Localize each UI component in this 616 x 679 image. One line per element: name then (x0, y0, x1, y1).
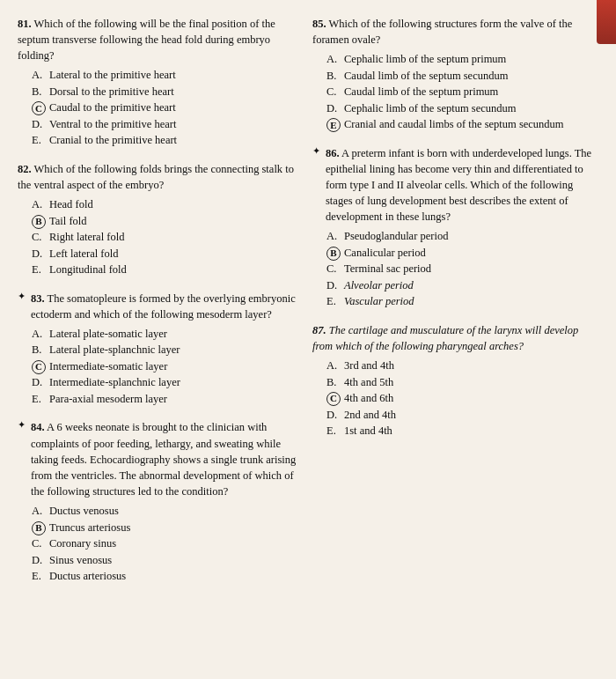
q83-body: The somatopleure is formed by the overly… (31, 292, 296, 321)
q85-option-a: A. Cephalic limb of the septum primum (326, 52, 598, 68)
q84-opt-c-label: C. (32, 536, 46, 552)
q87-opt-e-text: 1st and 4th (344, 424, 598, 439)
q81-opt-d-text: Ventral to the primitive heart (49, 117, 304, 133)
q87-body: The cartilage and musculature of the lar… (312, 324, 578, 352)
q83-opt-c-circle: C (32, 360, 46, 374)
q85-opt-c-label: C. (326, 85, 341, 100)
q85-options: A. Cephalic limb of the septum primum B.… (312, 52, 598, 133)
q84-option-b: B Truncus arteriosus (32, 520, 304, 536)
q82-opt-b-circle: B (32, 215, 46, 229)
question-85: 85. Which of the following structures fo… (312, 16, 598, 133)
q81-opt-c-circle: C (32, 101, 46, 115)
q83-opt-e-label: E. (32, 392, 46, 408)
q84-opt-b-circle: B (32, 521, 46, 535)
q86-opt-a-text: Pseudoglandular period (344, 229, 598, 245)
q84-option-c: C. Coronary sinus (32, 536, 304, 552)
q85-opt-e-text: Cranial and caudal limbs of the septum s… (344, 117, 598, 133)
q81-text: 81. Which of the following will be the f… (18, 16, 304, 63)
q84-body: A 6 weeks neonate is brought to the clin… (31, 421, 296, 498)
q82-option-b: B Tail fold (32, 214, 304, 230)
q86-opt-b-text: Canalicular period (344, 246, 598, 262)
q86-opt-b-circle: B (326, 247, 341, 261)
q85-opt-a-label: A. (326, 52, 341, 68)
q84-opt-e-text: Ductus arteriosus (49, 569, 304, 585)
q86-number: 86. (326, 147, 340, 159)
q83-opt-c-text: Intermediate-somatic layer (49, 359, 304, 375)
q83-number: 83. (31, 292, 45, 305)
question-82: 82. Which of the following folds brings … (18, 161, 304, 278)
q85-body: Which of the following structures form t… (312, 18, 572, 46)
left-column: 81. Which of the following will be the f… (18, 16, 304, 585)
q82-opt-d-text: Left lateral fold (49, 247, 304, 262)
q84-header: ✦ 84. A 6 weeks neonate is brought to th… (18, 419, 304, 502)
q82-header: 82. Which of the following folds brings … (18, 161, 304, 196)
question-83: ✦ 83. The somatopleure is formed by the … (18, 291, 304, 408)
q87-option-c: C 4th and 6th (326, 391, 598, 407)
q82-number: 82. (18, 163, 32, 175)
q86-option-d: D. Alveolar period (326, 278, 598, 294)
q84-opt-c-text: Coronary sinus (49, 536, 304, 552)
q86-text: 86. A preterm infant is born with underd… (326, 145, 598, 225)
q84-star: ✦ (18, 419, 26, 431)
q82-body: Which of the following folds brings the … (18, 163, 294, 191)
q81-opt-e-label: E. (32, 133, 46, 149)
q81-header: 81. Which of the following will be the f… (18, 16, 304, 66)
q85-number: 85. (312, 18, 326, 30)
q86-header: ✦ 86. A preterm infant is born with unde… (312, 145, 598, 228)
page-content: 81. Which of the following will be the f… (18, 16, 598, 585)
corner-tab (597, 0, 616, 44)
q85-opt-c-text: Caudal limb of the septum primum (344, 85, 598, 100)
q87-option-e: E. 1st and 4th (326, 424, 598, 439)
q83-opt-d-label: D. (32, 375, 46, 391)
question-84: ✦ 84. A 6 weeks neonate is brought to th… (18, 419, 304, 584)
q83-opt-d-text: Intermediate-splanchnic layer (49, 375, 304, 391)
q81-opt-a-text: Lateral to the primitive heart (49, 68, 304, 84)
q87-opt-a-text: 3rd and 4th (344, 358, 598, 374)
q83-text: 83. The somatopleure is formed by the ov… (31, 291, 304, 322)
q81-opt-d-label: D. (32, 117, 46, 133)
q87-header: 87. The cartilage and musculature of the… (312, 322, 598, 357)
q86-opt-e-text: Vascular period (344, 294, 598, 310)
q87-opt-e-label: E. (326, 424, 341, 439)
right-column: 85. Which of the following structures fo… (312, 16, 598, 585)
q83-header: ✦ 83. The somatopleure is formed by the … (18, 291, 304, 325)
q87-options: A. 3rd and 4th B. 4th and 5th C 4th and … (312, 358, 598, 439)
q87-opt-d-label: D. (326, 408, 341, 424)
q85-opt-b-text: Caudal limb of the septum secundum (344, 69, 598, 85)
q87-number: 87. (312, 324, 326, 336)
q83-opt-b-text: Lateral plate-splanchnic layer (49, 343, 304, 358)
q87-opt-c-circle: C (326, 392, 341, 406)
q81-option-a: A. Lateral to the primitive heart (32, 68, 304, 84)
q84-opt-b-text: Truncus arteriosus (49, 520, 304, 536)
q82-opt-d-label: D. (32, 247, 46, 262)
q86-star: ✦ (312, 145, 320, 157)
q85-opt-e-circle: E (326, 118, 341, 132)
q86-opt-d-text: Alveolar period (344, 278, 598, 294)
q85-option-b: B. Caudal limb of the septum secundum (326, 69, 598, 85)
q84-text: 84. A 6 weeks neonate is brought to the … (31, 419, 304, 499)
q84-opt-d-text: Sinus venosus (49, 553, 304, 569)
q84-option-e: E. Ductus arteriosus (32, 569, 304, 585)
q86-options: A. Pseudoglandular period B Canalicular … (312, 229, 598, 310)
q86-opt-a-label: A. (326, 229, 341, 245)
q86-option-e: E. Vascular period (326, 294, 598, 310)
q85-text: 85. Which of the following structures fo… (312, 16, 598, 48)
q85-option-c: C. Caudal limb of the septum primum (326, 85, 598, 100)
q84-opt-e-label: E. (32, 569, 46, 585)
q81-number: 81. (18, 18, 32, 30)
q86-option-a: A. Pseudoglandular period (326, 229, 598, 245)
q82-option-e: E. Longitudinal fold (32, 262, 304, 278)
q82-options: A. Head fold B Tail fold C. Right latera… (18, 197, 304, 278)
q85-opt-d-label: D. (326, 101, 341, 117)
q87-option-d: D. 2nd and 4th (326, 408, 598, 424)
q83-option-a: A. Lateral plate-somatic layer (32, 327, 304, 343)
q85-opt-a-text: Cephalic limb of the septum primum (344, 52, 598, 68)
q83-star: ✦ (18, 291, 26, 302)
q83-options: A. Lateral plate-somatic layer B. Latera… (18, 327, 304, 408)
q83-option-b: B. Lateral plate-splanchnic layer (32, 343, 304, 358)
q85-header: 85. Which of the following structures fo… (312, 16, 598, 50)
q85-opt-d-text: Cephalic limb of the septum secundum (344, 101, 598, 117)
q86-body: A preterm infant is born with underdevel… (326, 147, 591, 224)
q83-option-c: C Intermediate-somatic layer (32, 359, 304, 375)
q87-opt-c-text: 4th and 6th (344, 391, 598, 407)
